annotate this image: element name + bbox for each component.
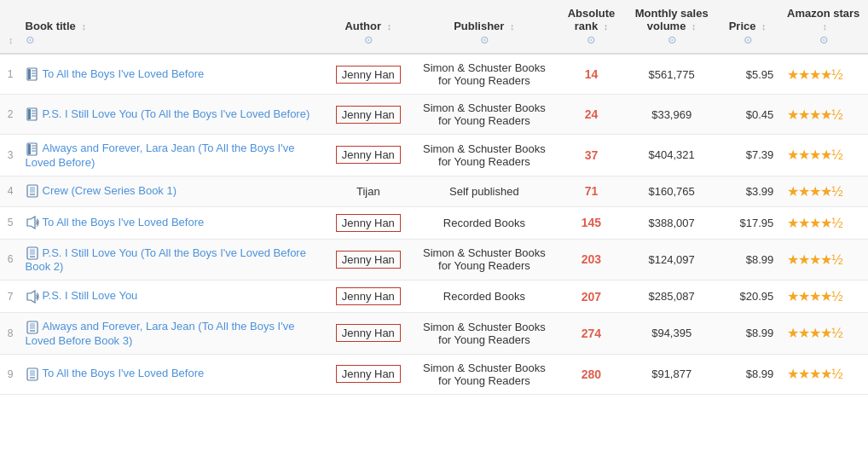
price-cell: $3.99 [716,176,778,206]
sort-icon-monthly[interactable]: ↕ [692,21,697,32]
abs-rank-value: 274 [582,327,601,340]
svg-rect-28 [30,370,35,376]
table-row: 6 P.S. I Still Love You (To All the Boys… [0,239,868,281]
stars-cell: ★★★★½ [778,206,868,239]
stars-cell: ★★★★½ [778,54,868,95]
rank-cell: 1 [0,54,20,95]
abs-rank-value: 203 [582,252,601,266]
book-title-link[interactable]: Always and Forever, Lara Jean (To All th… [26,142,295,169]
title-cell: To All the Boys I've Loved Before [20,206,324,239]
author-name: Jenny Han [336,365,401,383]
sort-icon-abs-rank[interactable]: ↕ [604,21,609,32]
title-cell: Always and Forever, Lara Jean (To All th… [20,313,324,355]
rank-cell: 7 [0,281,20,313]
stars-value: ★★★★½ [787,252,842,267]
rank-cell: 9 [0,354,20,394]
author-cell: Jenny Han [323,95,413,135]
publisher-cell: Simon & Schuster Books for Young Readers [413,313,555,355]
book-title-link[interactable]: Crew (Crew Series Book 1) [43,184,177,197]
price-cell: $8.99 [716,239,778,281]
book-type-icon [26,246,43,259]
monthly-cell: $91,877 [627,354,716,394]
stars-value: ★★★★½ [787,107,842,122]
filter-icon-price[interactable]: ⊙ [721,34,773,46]
author-cell: Tijan [323,176,413,206]
filter-icon-title[interactable]: ⊙ [26,34,319,46]
price-cell: $7.39 [716,135,778,176]
table-row: 1 To All the Boys I've Loved Before Jenn… [0,54,868,95]
author-cell: Jenny Han [323,281,413,313]
abs-rank-value: 207 [582,290,601,304]
author-cell: Jenny Han [323,313,413,355]
stars-value: ★★★★½ [787,216,842,230]
abs-rank-value: 14 [585,67,599,81]
svg-rect-25 [30,323,35,329]
title-cell: P.S. I Still Love You (To All the Boys I… [20,95,324,135]
filter-icon-publisher[interactable]: ⊙ [418,34,550,46]
title-cell: Crew (Crew Series Book 1) [20,176,324,206]
sort-icon-stars[interactable]: ↕ [822,21,827,32]
book-title-link[interactable]: Always and Forever, Lara Jean (To All th… [26,320,295,347]
table-row: 4 Crew (Crew Series Book 1) Tijan Self p… [0,176,868,206]
book-type-icon [26,320,43,333]
filter-icon-monthly[interactable]: ⊙ [632,34,711,46]
rank-cell: 5 [0,206,20,239]
book-type-icon [26,184,43,197]
book-title-link[interactable]: To All the Boys I've Loved Before [43,367,205,379]
publisher-cell: Simon & Schuster Books for Young Readers [413,54,555,95]
filter-icon-author[interactable]: ⊙ [328,34,408,46]
abs-rank-cell: 14 [556,54,628,95]
stars-header: Amazon stars ↕ ⊙ [778,0,868,54]
stars-cell: ★★★★½ [778,239,868,281]
table-row: 8 Always and Forever, Lara Jean (To All … [0,313,868,355]
author-name: Jenny Han [336,251,401,269]
author-header-label: Author [344,20,381,32]
sort-icon-price[interactable]: ↕ [761,21,767,32]
author-cell: Jenny Han [323,206,413,239]
abs-rank-cell: 280 [556,354,628,394]
abs-rank-cell: 24 [556,95,628,135]
monthly-cell: $94,395 [627,313,716,355]
stars-cell: ★★★★½ [778,354,868,394]
publisher-cell: Simon & Schuster Books for Young Readers [413,135,555,176]
filter-icon-abs-rank[interactable]: ⊙ [561,34,622,46]
author-cell: Jenny Han [323,239,413,281]
book-title-link[interactable]: P.S. I Still Love You [43,289,138,302]
stars-cell: ★★★★½ [778,313,868,355]
publisher-cell: Self published [413,176,555,206]
book-type-icon [26,67,43,80]
abs-rank-cell: 145 [556,206,628,239]
stars-cell: ★★★★½ [778,281,868,313]
stars-value: ★★★★½ [787,367,842,381]
sort-icon-author[interactable]: ↕ [387,21,392,32]
author-cell: Jenny Han [323,54,413,95]
rank-cell: 3 [0,135,20,176]
books-table: ↕ Book title ↕ ⊙ Author ↕ ⊙ Publisher ↕ … [0,0,868,395]
book-type-icon [26,142,43,154]
svg-rect-21 [30,249,35,255]
svg-rect-6 [28,109,31,119]
book-title-link[interactable]: To All the Boys I've Loved Before [43,216,205,228]
abs-rank-value: 24 [585,107,599,121]
book-title-link[interactable]: P.S. I Still Love You (To All the Boys I… [43,107,310,120]
rank-cell: 6 [0,239,20,281]
book-title-link[interactable]: P.S. I Still Love You (To All the Boys I… [26,246,306,274]
sort-icon-rank[interactable]: ↕ [9,35,14,45]
publisher-cell: Simon & Schuster Books for Young Readers [413,239,555,281]
sort-icon-publisher[interactable]: ↕ [510,21,515,32]
price-cell: $8.99 [716,313,778,355]
monthly-cell: $124,097 [627,239,716,281]
abs-rank-value: 280 [582,367,601,381]
sort-icon-title[interactable]: ↕ [81,21,86,32]
table-row: 7 P.S. I Still Love You Jenny Han Record… [0,281,868,313]
title-cell: P.S. I Still Love You [20,281,324,313]
table-row: 2 P.S. I Still Love You (To All the Boys… [0,95,868,135]
title-cell: To All the Boys I've Loved Before [20,54,324,95]
book-title-link[interactable]: To All the Boys I've Loved Before [43,67,205,80]
filter-icon-stars[interactable]: ⊙ [784,34,863,46]
svg-marker-22 [27,291,35,303]
monthly-cell: $160,765 [627,176,716,206]
stars-cell: ★★★★½ [778,135,868,176]
rank-header: ↕ [0,0,20,54]
author-name: Jenny Han [336,324,401,342]
